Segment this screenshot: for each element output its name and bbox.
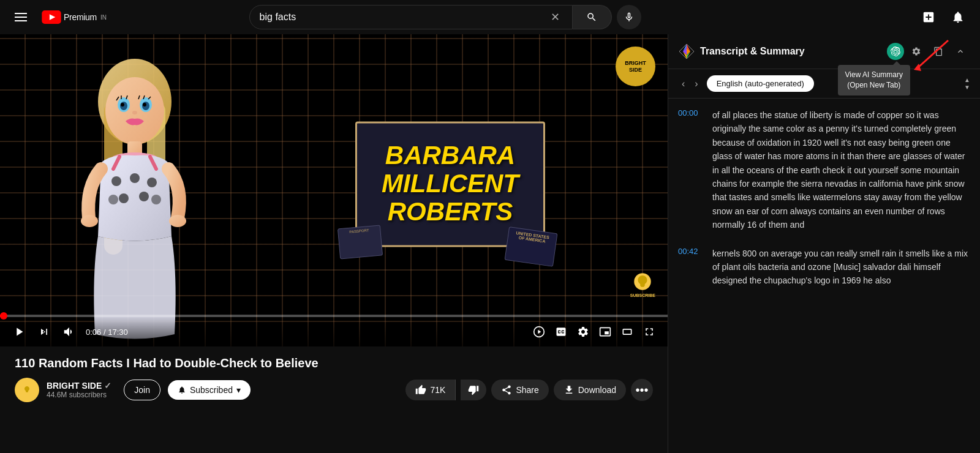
lightbulb-avatar-icon (20, 383, 34, 397)
join-button[interactable]: Join (124, 380, 160, 400)
channel-row: BRIGHT SIDE ✓ 44.6M subscribers Join Sub… (15, 378, 653, 402)
create-icon (922, 10, 935, 24)
download-button[interactable]: Download (554, 380, 626, 400)
transcript-panel: Transcript & Summary View AI Summary (Op… (668, 34, 980, 453)
nav-left: Premium IN (10, 5, 107, 29)
main-content: BARBARA MILLICENT ROBERTS UNITED STATESO… (0, 34, 980, 453)
region-label: IN (100, 14, 107, 21)
svg-point-24 (81, 215, 98, 227)
premium-label: Premium (64, 12, 97, 22)
action-buttons: 71K Share (405, 379, 653, 401)
barbie-svg (55, 40, 214, 346)
volume-button[interactable] (60, 323, 78, 341)
name-board-text: BARBARA MILLICENT ROBERTS (382, 141, 519, 226)
theater-icon (621, 326, 633, 338)
bright-side-badge: BRIGHT SIDE (616, 47, 655, 86)
transcript-logo-icon (678, 43, 695, 60)
passport-prop: UNITED STATESOF AMERICA (505, 226, 558, 267)
search-clear-button[interactable]: ✕ (548, 8, 562, 26)
language-select-button[interactable]: English (auto-generated) (707, 75, 814, 92)
youtube-icon (42, 10, 61, 24)
play-button[interactable] (10, 323, 28, 341)
fullscreen-button[interactable] (641, 323, 658, 340)
captions-button[interactable] (552, 323, 570, 340)
transcript-header: Transcript & Summary View AI Summary (Op… (668, 34, 980, 69)
ai-summary-tooltip: View AI Summary (Open New Tab) (838, 65, 910, 95)
svg-point-25 (169, 215, 186, 227)
svg-point-17 (111, 176, 121, 186)
more-options-button[interactable]: ••• (631, 379, 653, 401)
youtube-logo[interactable]: Premium IN (42, 10, 107, 24)
transcript-title: Transcript & Summary (700, 46, 882, 57)
fullscreen-icon (643, 326, 655, 338)
channel-subscribers: 44.6M subscribers (47, 391, 111, 399)
transcript-settings-button[interactable] (907, 42, 926, 61)
transcript-collapse-button[interactable] (951, 42, 970, 61)
svg-point-22 (108, 195, 118, 204)
segment-time-1[interactable]: 00:00 (678, 108, 703, 118)
voice-search-button[interactable] (617, 5, 641, 29)
autoplay-icon (533, 326, 545, 338)
like-button[interactable]: 71K (405, 380, 456, 400)
svg-point-12 (121, 103, 124, 107)
notification-button[interactable] (946, 5, 970, 29)
scroll-controls: ▲ ▼ (964, 77, 970, 91)
video-info: 110 Random Facts I Had to Double-Check t… (0, 346, 668, 453)
search-icon (586, 12, 597, 23)
subscribed-button[interactable]: Subscribed ▾ (168, 380, 251, 400)
download-icon (564, 384, 575, 395)
gear-icon (911, 47, 921, 56)
video-player[interactable]: BARBARA MILLICENT ROBERTS UNITED STATESO… (0, 34, 668, 346)
bell-small-icon (178, 386, 186, 394)
search-input[interactable] (260, 12, 548, 23)
dislike-button[interactable] (461, 380, 486, 400)
barbie-figure (49, 34, 221, 346)
volume-icon (62, 325, 76, 339)
prev-arrow-button[interactable]: ‹ (678, 77, 688, 91)
svg-point-18 (130, 173, 140, 183)
passport-prop-2: PASSPORT (337, 225, 383, 259)
miniplayer-icon (599, 326, 611, 338)
settings-button[interactable] (575, 323, 592, 340)
create-button[interactable] (916, 5, 941, 29)
next-button[interactable] (36, 323, 53, 340)
language-row: ‹ › English (auto-generated) ▲ ▼ (668, 69, 980, 99)
subscribe-label: SUBSCRIBE (630, 293, 655, 298)
svg-point-19 (147, 178, 157, 187)
copy-icon (933, 47, 943, 56)
microphone-icon (624, 12, 635, 23)
channel-name: BRIGHT SIDE ✓ (47, 381, 111, 391)
segment-time-2[interactable]: 00:42 (678, 247, 703, 256)
svg-point-20 (119, 193, 129, 203)
thumbs-up-icon (415, 384, 426, 395)
next-icon (38, 326, 50, 338)
name-board: BARBARA MILLICENT ROBERTS UNITED STATESO… (355, 121, 545, 247)
segment-text-2: kernels 800 on average you can really sm… (712, 247, 970, 288)
search-submit-button[interactable] (573, 5, 612, 29)
hamburger-menu-button[interactable] (10, 5, 32, 29)
chatgpt-button[interactable] (887, 43, 904, 60)
hamburger-line (15, 20, 27, 21)
autoplay-button[interactable] (530, 323, 548, 340)
video-title: 110 Random Facts I Had to Double-Check t… (15, 356, 653, 370)
transcript-copy-button[interactable] (929, 42, 948, 61)
lightbulb-icon (633, 272, 652, 291)
scroll-up-button[interactable]: ▲ (964, 77, 970, 83)
header-icons: View AI Summary (Open New Tab) (887, 42, 970, 61)
transcript-segment-1: 00:00 of all places the statue of libert… (678, 108, 970, 232)
transcript-content[interactable]: 00:00 of all places the statue of libert… (668, 99, 980, 453)
subscribe-badge: SUBSCRIBE (630, 272, 655, 298)
segment-text-1: of all places the statue of liberty is m… (712, 108, 970, 232)
svg-point-21 (139, 192, 149, 201)
search-bar: ✕ (249, 5, 641, 29)
search-input-wrap: ✕ (249, 5, 573, 29)
miniplayer-button[interactable] (597, 323, 614, 340)
thumbs-down-icon (468, 384, 479, 395)
hamburger-line (15, 13, 27, 14)
scroll-down-button[interactable]: ▼ (964, 84, 970, 91)
svg-point-14 (132, 111, 137, 114)
next-arrow-button[interactable]: › (691, 77, 701, 91)
bell-icon (951, 10, 965, 24)
share-button[interactable]: Share (491, 380, 548, 400)
theater-button[interactable] (619, 323, 636, 340)
